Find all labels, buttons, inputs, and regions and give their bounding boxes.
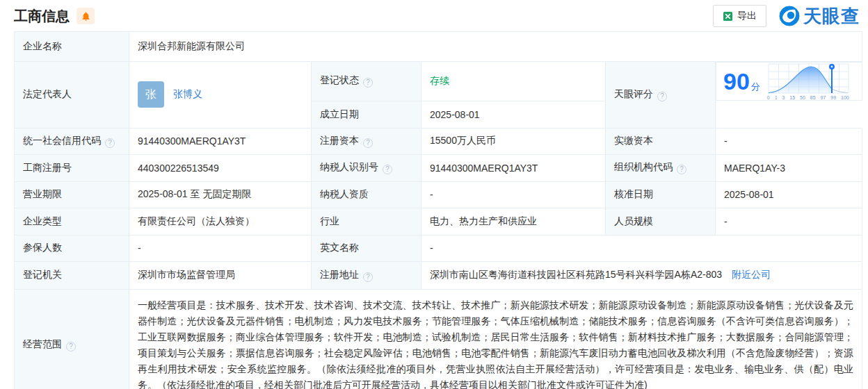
score-axis-label: 0 (767, 95, 770, 100)
legal-rep-link[interactable]: 张博义 (173, 88, 202, 101)
score-axis-label: 50 (800, 95, 805, 100)
score-axis: 0 1 3 15 50 85 97 99 100 (767, 95, 849, 100)
business-term-value: 2025-08-01 至 无固定期限 (129, 181, 312, 208)
tianyan-score-cell[interactable]: 90 分 (716, 62, 862, 101)
industry-value: 电力、热力生产和供应业 (421, 208, 606, 235)
business-scope-label-cell: 经营范围? (15, 289, 129, 389)
reg-address-label: 注册地址 (320, 269, 359, 280)
score-axis-label: 85 (810, 95, 816, 100)
tianyan-score-label: 天眼评分 (614, 88, 653, 99)
reg-authority-label: 登记机关 (15, 261, 129, 289)
bell-icon (81, 11, 91, 22)
company-name-value: 深圳合邦新能源有限公司 (129, 32, 862, 62)
legal-rep-label: 法定代表人 (15, 62, 129, 129)
row-insured-count: 参保人数 - 英文名称 - (15, 235, 862, 261)
company-type-value: 有限责任公司（法人独资） (129, 208, 312, 235)
tianyancha-logo[interactable]: 天眼查 (779, 4, 860, 28)
score-axis-label: 15 (789, 95, 795, 100)
taxpayer-id-value: 91440300MAERQ1AY3T (421, 154, 606, 181)
taxpayer-id-label: 纳税人识别号 (320, 161, 378, 172)
row-business-scope: 经营范围? 一般经营项目是：技术服务、技术开发、技术咨询、技术交流、技术转让、技… (15, 289, 862, 389)
company-name-label: 企业名称 (15, 32, 129, 62)
help-icon[interactable]: ? (677, 165, 686, 174)
reg-number-label: 工商注册号 (15, 154, 129, 181)
org-code-label: 组织机构代码 (614, 161, 673, 172)
help-icon[interactable]: ? (105, 138, 115, 148)
help-icon[interactable]: ? (363, 272, 373, 282)
score-number: 90 (723, 68, 750, 95)
help-icon[interactable]: ? (383, 165, 392, 174)
staff-size-value: - (716, 208, 862, 235)
business-info-table: 企业名称 深圳合邦新能源有限公司 法定代表人 张 张博义 登记状态? 存续 天眼… (14, 31, 862, 389)
insured-count-value: - (129, 235, 312, 261)
row-company-type: 企业类型 有限责任公司（法人独资） 行业 电力、热力生产和供应业 人员规模 - (15, 208, 862, 235)
row-company-name: 企业名称 深圳合邦新能源有限公司 (15, 32, 862, 62)
score-axis-label: 100 (841, 95, 849, 100)
score-axis-label: 3 (782, 95, 785, 100)
tianyan-score-label-cell: 天眼评分? (606, 62, 716, 129)
business-scope-value: 一般经营项目是：技术服务、技术开发、技术咨询、技术交流、技术转让、技术推广；新兴… (129, 289, 862, 389)
industry-label: 行业 (312, 208, 421, 235)
credit-code-label-cell: 统一社会信用代码? (15, 128, 129, 154)
score-curve-tail (832, 89, 848, 93)
org-code-label-cell: 组织机构代码? (606, 154, 716, 181)
logo-eye-icon (779, 6, 800, 26)
row-reg-number: 工商注册号 440300226513549 纳税人识别号? 91440300MA… (15, 154, 862, 181)
excel-icon (723, 11, 733, 22)
tianyan-score-value: 90 分 (723, 68, 760, 95)
logo-text: 天眼查 (803, 4, 860, 28)
credit-code-value: 91440300MAERQ1AY3T (129, 128, 312, 154)
help-icon[interactable]: ? (363, 78, 373, 88)
score-chart: 0 1 3 15 50 85 97 99 100 (767, 63, 849, 100)
reg-capital-label-cell: 注册资本? (312, 128, 421, 154)
reg-status-label: 登记状态 (320, 74, 359, 85)
page-title: 工商信息 (14, 7, 70, 26)
help-icon[interactable]: ? (66, 342, 76, 351)
reg-address-label-cell: 注册地址? (312, 261, 421, 289)
legal-rep-avatar[interactable]: 张 (138, 81, 164, 108)
legal-rep-cell: 张 张博义 (129, 62, 312, 129)
org-code-value: MAERQ1AY-3 (716, 154, 862, 181)
reg-address-cell: 深圳市南山区粤海街道科技园社区科苑路15号科兴科学园A栋A2-803 附近公司 (421, 261, 862, 289)
score-axis-label: 99 (830, 95, 836, 100)
reg-status-value: 存续 (421, 62, 606, 101)
score-curve-area (769, 67, 832, 93)
export-label: 导出 (737, 10, 757, 22)
score-curve-chart (767, 63, 849, 94)
reg-capital-label: 注册资本 (320, 135, 359, 146)
score-unit: 分 (751, 81, 760, 93)
row-reg-authority: 登记机关 深圳市市场监督管理局 注册地址? 深圳市南山区粤海街道科技园社区科苑路… (15, 261, 862, 289)
monitor-bell-button[interactable] (77, 8, 95, 24)
reg-address-value: 深圳市南山区粤海街道科技园社区科苑路15号科兴科学园A栋A2-803 (430, 269, 722, 280)
establish-date-label: 成立日期 (312, 101, 421, 128)
taxpayer-id-label-cell: 纳税人识别号? (312, 154, 421, 181)
reg-status-label-cell: 登记状态? (312, 62, 421, 101)
approval-date-label: 核准日期 (606, 181, 716, 208)
row-credit-code: 统一社会信用代码? 91440300MAERQ1AY3T 注册资本? 15500… (15, 128, 862, 154)
nearby-companies-link[interactable]: 附近公司 (732, 269, 771, 280)
reg-authority-value: 深圳市市场监督管理局 (129, 261, 312, 289)
row-business-term: 营业期限 2025-08-01 至 无固定期限 纳税人资质 - 核准日期 202… (15, 181, 862, 208)
paid-capital-value: - (716, 128, 862, 154)
paid-capital-label: 实缴资本 (606, 128, 716, 154)
export-button[interactable]: 导出 (713, 5, 766, 27)
help-icon[interactable]: ? (657, 92, 667, 101)
establish-date-value: 2025-08-01 (421, 101, 606, 128)
english-name-label: 英文名称 (312, 235, 421, 261)
business-term-label: 营业期限 (15, 181, 129, 208)
score-axis-label: 97 (821, 95, 826, 100)
row-legal-rep: 法定代表人 张 张博义 登记状态? 存续 天眼评分? 90 分 (15, 62, 862, 101)
top-bar: 工商信息 导出 天眼查 (0, 0, 868, 31)
reg-capital-value: 15500万人民币 (421, 128, 606, 154)
score-axis-label: 1 (775, 95, 778, 100)
english-name-value: - (421, 235, 862, 261)
status-badge: 存续 (430, 75, 449, 86)
help-icon[interactable]: ? (363, 138, 373, 148)
taxpayer-qualification-value: - (421, 181, 606, 208)
reg-number-value: 440300226513549 (129, 154, 312, 181)
taxpayer-qualification-label: 纳税人资质 (312, 181, 421, 208)
staff-size-label: 人员规模 (606, 208, 716, 235)
company-type-label: 企业类型 (15, 208, 129, 235)
business-scope-label: 经营范围 (23, 338, 62, 349)
approval-date-value: 2025-08-01 (716, 181, 862, 208)
